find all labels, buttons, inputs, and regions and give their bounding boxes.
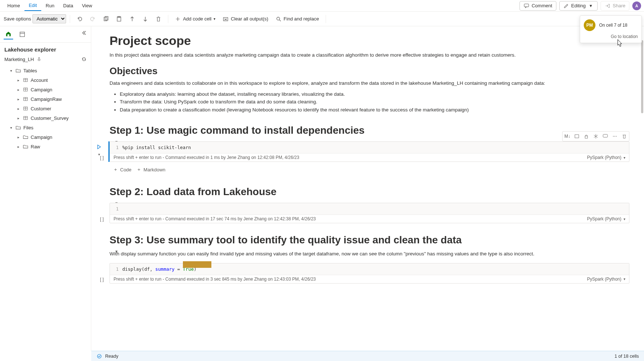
cell-bracket: [ ] [100,277,104,282]
chevron-down-icon: ▾ [9,126,13,130]
tree-table-campaign[interactable]: ▸Campaign [1,85,89,94]
clear-output-button[interactable]: Clear all output(s) [220,15,271,23]
toolbar: Save options Automatic Add code cell ▾ C… [0,12,644,26]
chevron-down-icon: ▾ [214,17,215,21]
chevron-down-icon: ▾ [624,217,625,221]
svg-rect-15 [585,136,588,138]
user-avatar[interactable]: A [632,1,641,10]
lang-label[interactable]: PySpark (Python) [587,216,621,221]
collapse-sidebar-icon[interactable] [82,30,88,36]
paste-button[interactable] [113,15,125,23]
list-item: Transform the data: Using PySpark code t… [120,98,629,106]
chevron-right-icon: ▸ [16,116,20,120]
code-cell-2[interactable]: [ ] 1 Press shift + enter to run - Comma… [110,203,629,223]
collapse-section-icon[interactable]: ▾ [115,39,118,45]
delete-cell-button[interactable] [620,132,628,140]
clear-output-label: Clear all output(s) [231,16,268,22]
lang-label[interactable]: PySpark (Python) [587,277,621,282]
svg-point-6 [277,17,280,20]
chevron-right-icon: ▸ [16,107,20,111]
delete-button[interactable] [153,15,164,23]
tree-file-campaign[interactable]: ▸Campaign [1,132,89,142]
find-replace-button[interactable]: Find and replace [273,15,322,23]
scrollbar[interactable] [641,40,643,113]
move-up-button[interactable] [126,15,138,23]
cell-toolbar: M↓ ⋯ [562,131,629,141]
add-code-label: Add code cell [183,16,211,22]
copy-button[interactable] [100,15,112,23]
svg-rect-8 [20,32,25,37]
add-markdown-inline-button[interactable]: ＋Markdown [137,166,165,173]
code-cell-1[interactable]: M↓ ⋯ ▾ [ ] 1 %pip install scikit-learn [108,141,629,162]
redo-button[interactable] [87,15,99,23]
lakehouse-name[interactable]: Marketing_LH [4,57,34,62]
scope-desc: In this project data engineers and data … [110,52,629,59]
menu-view[interactable]: View [77,1,96,11]
arrow-up-icon [129,16,135,22]
tree-table-customer[interactable]: ▸Customer [1,104,89,113]
run-hint: Press shift + enter to run [114,216,161,221]
search-icon [276,16,281,22]
save-mode-select[interactable]: Automatic [32,14,66,23]
presence-avatar: PM [584,19,595,31]
tree-table-campaignraw[interactable]: ▸CampaignRaw [1,94,89,104]
pin-icon[interactable] [36,56,42,62]
menu-run[interactable]: Run [41,1,59,11]
step2-title: Step 2: Load data from Lakehouse [110,186,629,198]
tree-file-raw[interactable]: ▸Raw [1,142,89,151]
add-code-cell-button[interactable]: Add code cell ▾ [172,15,218,23]
share-button[interactable]: Share [601,1,629,11]
svg-rect-14 [575,135,579,138]
lock-button[interactable] [582,132,590,140]
move-down-button[interactable] [139,15,151,23]
plus-icon: ＋ [137,166,141,173]
editing-mode-button[interactable]: Editing ▾ [559,1,598,11]
freeze-button[interactable] [592,132,600,140]
convert-markdown-button[interactable]: M↓ [563,132,571,140]
code-editor[interactable]: 1 [110,203,629,214]
go-to-location-link[interactable]: Go to location [584,34,638,39]
lang-label[interactable]: PySpark (Python) [587,155,621,160]
resources-tab[interactable] [18,30,27,39]
run-cell-button[interactable] [96,144,102,150]
tree-tables[interactable]: ▾Tables [1,66,89,75]
clear-icon [223,16,229,22]
presence-popup: PM On cell 7 of 18 Go to location [580,15,642,43]
tree-table-customersurvey[interactable]: ▸Customer_Survey [1,113,89,123]
chevron-right-icon: ▸ [16,88,20,92]
table-icon [23,115,28,121]
comment-cell-button[interactable] [601,132,609,140]
table-icon [23,87,28,92]
tree: ▾Tables ▸Account ▸Campaign ▸CampaignRaw … [0,66,91,151]
code-editor[interactable]: 1 display(df, summary = True) [110,263,629,275]
refresh-icon[interactable] [81,57,87,62]
plus-icon [175,16,181,22]
menu-edit[interactable]: Edit [24,0,41,11]
menu-data[interactable]: Data [59,1,77,11]
comment-icon [524,3,529,9]
svg-rect-0 [524,4,529,7]
notebook-canvas[interactable]: ▾ Project scope In this project data eng… [91,26,644,351]
collapse-section-icon[interactable]: ▾ [115,249,118,254]
chevron-down-icon[interactable]: ▾ [98,152,100,156]
lakehouse-tab[interactable] [4,29,13,39]
arrow-down-icon [142,16,148,22]
menu-home[interactable]: Home [3,1,24,11]
code-cell-3[interactable]: [ ] 1 display(df, summary = True) Press … [110,263,629,284]
copy-icon [103,16,109,22]
code-editor[interactable]: 1 %pip install scikit-learn [110,142,629,153]
comment-button[interactable]: Comment [520,1,556,11]
run-hint: Press shift + enter to run [114,155,161,160]
add-code-inline-button[interactable]: ＋Code [113,166,131,173]
toggle-output-button[interactable] [573,132,581,140]
cell-bracket: [ ] [100,155,104,160]
undo-button[interactable] [74,15,85,23]
more-button[interactable]: ⋯ [611,132,619,140]
pencil-icon [563,3,569,9]
tree-files[interactable]: ▾Files [1,123,89,132]
menubar: Home Edit Run Data View Comment Editing … [0,0,644,12]
chevron-down-icon: ▾ [9,69,13,73]
tree-table-account[interactable]: ▸Account [1,75,89,85]
exec-status: Command executed in 3 sec 845 ms by Jene… [165,277,316,282]
plus-icon: ＋ [113,166,118,173]
